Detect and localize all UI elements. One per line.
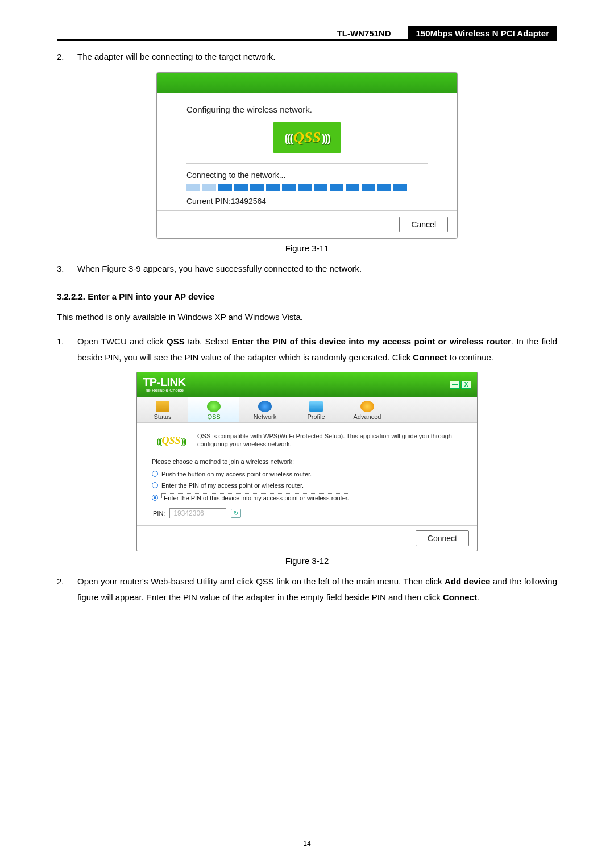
connecting-label: Connecting to the network... <box>186 171 428 180</box>
qss-connecting-dialog: Configuring the wireless network. (((QSS… <box>156 72 458 239</box>
radio-icon <box>152 471 158 477</box>
connect-button[interactable]: Connect <box>416 530 469 546</box>
qss-description: QSS is compatible with WPS(Wi-Fi Protect… <box>197 432 462 449</box>
profile-icon <box>309 401 323 412</box>
section-heading: 3.2.2.2. Enter a PIN into your AP device <box>57 292 557 301</box>
window-controls: — X <box>450 381 471 389</box>
list-text: When Figure 3-9 appears, you have succes… <box>77 261 557 277</box>
list-text: Open your router's Web-based Utility and… <box>77 574 557 606</box>
list-number: 3. <box>57 261 77 277</box>
qss-logo-text: QSS <box>293 129 321 146</box>
tab-profile[interactable]: Profile <box>291 397 342 422</box>
radio-icon-selected <box>152 495 158 501</box>
list-item: 2. Open your router's Web-based Utility … <box>57 574 557 606</box>
radio-option-enter-ap-pin[interactable]: Enter the PIN of my access point or wire… <box>152 482 462 489</box>
qss-logo-small: (((QSS))) <box>152 432 190 450</box>
figure-caption: Figure 3-11 <box>57 243 557 253</box>
status-icon <box>156 401 169 412</box>
close-button[interactable]: X <box>461 381 471 389</box>
radio-icon <box>152 482 158 488</box>
dialog-heading: Configuring the wireless network. <box>186 105 428 114</box>
radio-option-push[interactable]: Push the button on my access point or wi… <box>152 471 462 477</box>
window-titlebar: TP-LINK The Reliable Choice — X <box>137 372 477 397</box>
figure-caption: Figure 3-12 <box>57 556 557 566</box>
pin-input[interactable]: 19342306 <box>169 508 226 518</box>
list-number: 2. <box>57 574 77 606</box>
tab-qss[interactable]: QSS <box>188 397 239 422</box>
progress-bar <box>186 184 428 191</box>
list-number: 2. <box>57 49 77 65</box>
list-text: The adapter will be connecting to the ta… <box>77 49 557 65</box>
network-icon <box>258 401 272 412</box>
paragraph: This method is only available in Windows… <box>57 309 557 326</box>
list-number: 1. <box>57 334 77 366</box>
pin-label: PIN: <box>153 510 165 517</box>
document-header: TL-WN751ND 150Mbps Wireless N PCI Adapte… <box>57 26 557 41</box>
tab-advanced[interactable]: Advanced <box>342 397 393 422</box>
qss-icon <box>207 401 221 412</box>
list-item: 3. When Figure 3-9 appears, you have suc… <box>57 261 557 277</box>
refresh-pin-button[interactable]: ↻ <box>231 509 241 518</box>
tab-network[interactable]: Network <box>239 397 291 422</box>
radio-option-enter-device-pin[interactable]: Enter the PIN of this device into my acc… <box>152 493 462 502</box>
tab-bar: Status QSS Network Profile Advanced <box>137 397 477 423</box>
list-item: 2. The adapter will be connecting to the… <box>57 49 557 65</box>
twcu-window: TP-LINK The Reliable Choice — X Status Q… <box>136 372 478 551</box>
model-number: TL-WN751ND <box>320 26 408 39</box>
tab-status[interactable]: Status <box>137 397 188 422</box>
minimize-button[interactable]: — <box>450 381 460 389</box>
divider <box>186 163 428 164</box>
list-text: Open TWCU and click QSS tab. Select Ente… <box>77 334 557 366</box>
brand-tagline: The Reliable Choice <box>143 388 185 393</box>
product-name: 150Mbps Wireless N PCI Adapter <box>408 26 557 39</box>
brand-logo: TP-LINK <box>143 376 185 388</box>
qss-logo: (((QSS))) <box>273 122 341 153</box>
list-item: 1. Open TWCU and click QSS tab. Select E… <box>57 334 557 366</box>
current-pin-label: Current PIN:13492564 <box>186 197 428 206</box>
cancel-button[interactable]: Cancel <box>399 217 448 232</box>
advanced-icon <box>360 401 374 412</box>
dialog-titlebar <box>157 73 457 93</box>
page-number: 14 <box>0 840 614 848</box>
choose-method-label: Please choose a method to join a wireles… <box>152 458 462 465</box>
